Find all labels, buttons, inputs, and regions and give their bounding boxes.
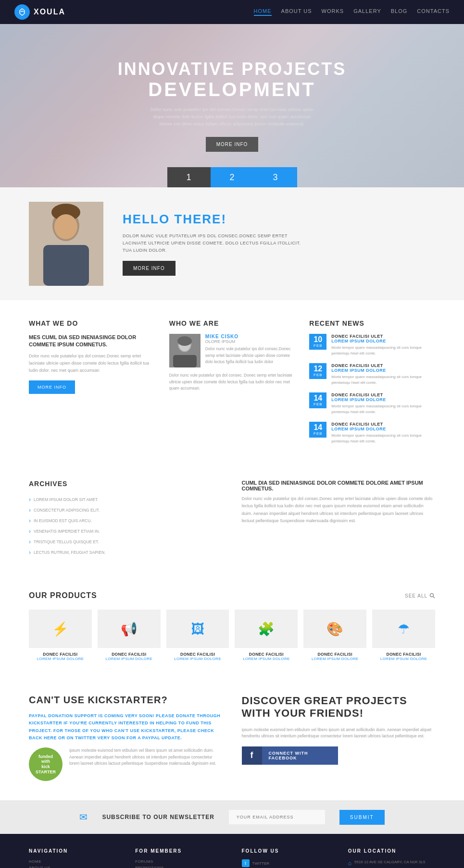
nav-blog[interactable]: BLOG	[391, 8, 408, 16]
kickstarter-title: CAN'T USE KICKSTARTER?	[29, 695, 223, 706]
archives-title: ARCHIVES	[29, 480, 223, 488]
search-icon	[429, 593, 435, 599]
footer-members-col: FOR MEMBERS FORUMS PROMOTIONS SIGN IN WI…	[135, 848, 222, 868]
product-icon-box-3: 🖼	[166, 610, 229, 648]
header: XOULA HOME ABOUT US WORKS GALLERY BLOG C…	[0, 0, 464, 24]
hero-dot-2[interactable]: 2	[211, 167, 254, 187]
product-card-1[interactable]: ⚡ DONEC FACILISI LOREM IPSUM DOLORE	[29, 610, 92, 661]
products-header: OUR PRODUCTS SEE ALL	[29, 591, 435, 600]
product-card-2[interactable]: 📢 DONEC FACILISI LOREM IPSUM DOLORE	[98, 610, 161, 661]
main-nav: HOME ABOUT US WORKS GALLERY BLOG CONTACT…	[254, 8, 450, 16]
hello-title: HELLO THERE!	[123, 212, 305, 227]
nav-home[interactable]: HOME	[254, 8, 272, 16]
discover-col: DISCOVER GREAT PROJECTS WITH YOUR FRIEND…	[242, 695, 436, 781]
nav-works[interactable]: WORKS	[322, 8, 344, 16]
nav-gallery[interactable]: GALLERY	[353, 8, 381, 16]
product-icon-box-4: 🧩	[235, 610, 298, 648]
archive-item-4[interactable]: VENENATIS IMPERDIET ETIAM IN.	[29, 526, 223, 537]
logo-icon	[14, 4, 30, 20]
archive-item-1[interactable]: LOREM IPSUM DOLOR SIT AMET.	[29, 494, 223, 505]
archives-left-col: ARCHIVES LOREM IPSUM DOLOR SIT AMET. CON…	[29, 480, 223, 558]
logo[interactable]: XOULA	[14, 4, 65, 20]
footer-member-forums[interactable]: FORUMS	[135, 859, 222, 864]
megaphone-icon: 📢	[121, 621, 138, 637]
hello-content: HELLO THERE! DOLOR NUNC VULE PUTATELUR I…	[123, 212, 305, 276]
news-date-2: 12 FEB	[309, 363, 326, 379]
hero-more-info-button[interactable]: MORE INFO	[206, 137, 259, 152]
hello-section: HELLO THERE! DOLOR NUNC VULE PUTATELUR I…	[0, 187, 464, 300]
hero-title-line2: DEVELOPMENT	[118, 79, 347, 100]
who-we-are-col: WHO WE ARE MIKE CISKO OLORE IPSUM Dolor …	[169, 319, 295, 451]
news-item-3: 14 FEB DONEC FACILISI ULET LOREM IPSUM D…	[309, 392, 435, 415]
kickstarter-body: fundedwithkickSTARTER ipsum molestie eui…	[29, 747, 223, 781]
products-section: OUR PRODUCTS SEE ALL ⚡ DONEC FACILISI LO…	[0, 577, 464, 675]
product-card-3[interactable]: 🖼 DONEC FACILISI LOREM IPSUM DOLORE	[166, 610, 229, 661]
product-icon-box-5: 🎨	[303, 610, 366, 648]
product-icon-box-2: 📢	[98, 610, 161, 648]
svg-line-14	[433, 597, 435, 598]
twitter-link[interactable]: t TWITTER	[242, 859, 329, 867]
footer-member-promotions[interactable]: PROMOTIONS	[135, 866, 222, 868]
news-item-1: 10 FEB DONEC FACILISI ULET LOREM IPSUM D…	[309, 334, 435, 356]
product-card-6[interactable]: ☂ DONEC FACILISI LOREM IPSUM DOLORE	[372, 610, 435, 661]
product-card-5[interactable]: 🎨 DONEC FACILISI LOREM IPSUM DOLORE	[303, 610, 366, 661]
hero-section: INNOVATIVE PROJECTS DEVELOPMENT Dolor nu…	[0, 24, 464, 187]
footer-nav-title: NAVIGATION	[29, 848, 116, 854]
product-icon-box-1: ⚡	[29, 610, 92, 648]
what-we-do-more-info-button[interactable]: MORE INFO	[29, 380, 75, 394]
facebook-icon: f	[242, 746, 262, 765]
newsletter-email-input[interactable]	[229, 810, 325, 824]
who-we-are-long-text: Dolor nunc vule putatelur ips dol consec…	[169, 372, 295, 392]
archive-item-5[interactable]: TRISTIQUE TELLUS QUISQUE ET.	[29, 537, 223, 547]
umbrella-icon: ☂	[398, 621, 410, 637]
twitter-icon: t	[242, 859, 250, 867]
archive-item-6[interactable]: LECTUS RUTRUM, FEUGIAT SAPIEN.	[29, 547, 223, 558]
what-we-do-title: WHAT WE DO	[29, 319, 155, 327]
archives-list: LOREM IPSUM DOLOR SIT AMET. CONSECTETUR …	[29, 494, 223, 558]
svg-rect-10	[173, 355, 197, 367]
footer: NAVIGATION HOME ABOUT US WORKS GALLERY B…	[0, 834, 464, 868]
footer-nav-col: NAVIGATION HOME ABOUT US WORKS GALLERY B…	[29, 848, 116, 868]
archive-item-2[interactable]: CONSECTETUR ADIPISCING ELIT.	[29, 505, 223, 515]
footer-nav-home[interactable]: HOME	[29, 859, 116, 864]
hero-slider-dots: 1 2 3	[167, 167, 297, 187]
hero-dot-3[interactable]: 3	[254, 167, 297, 187]
archive-item-3[interactable]: IN EUISMOD EST QUIS ARCU.	[29, 515, 223, 526]
footer-social-col: FOLLOW US t TWITTER f FACEBOOK ▸ RSS	[242, 848, 329, 868]
footer-nav-about[interactable]: ABOUT US	[29, 866, 116, 868]
news-item-2: 12 FEB DONEC FACILISI ULET LOREM IPSUM D…	[309, 363, 435, 386]
connect-facebook-button[interactable]: f CONNECT WITH FACEBOOK	[242, 746, 338, 765]
archives-section: ARCHIVES LOREM IPSUM DOLOR SIT AMET. CON…	[0, 470, 464, 577]
archives-right-body: Dolor nunc vule putatelur ips dol consec…	[242, 495, 436, 525]
kickstarter-highlight: PAYPAL DONATION SUPPORT IS COMING VERY S…	[29, 712, 223, 742]
svg-point-7	[54, 214, 77, 239]
lightning-icon: ⚡	[52, 621, 69, 637]
nav-contacts[interactable]: CONTACTS	[417, 8, 450, 16]
recent-news-title: RECENT NEWS	[309, 319, 435, 327]
news-date-1: 10 FEB	[309, 334, 326, 350]
footer-columns: NAVIGATION HOME ABOUT US WORKS GALLERY B…	[29, 848, 435, 868]
archives-right-col: CUML DIA SED INENIASINGE DOLOR COMMETE D…	[242, 480, 436, 558]
envelope-icon: ✉	[79, 811, 88, 823]
person-info: MIKE CISKO OLORE IPSUM Dolor nunc vule p…	[205, 334, 295, 367]
hero-dot-1[interactable]: 1	[167, 167, 211, 187]
person-thumbnail	[169, 334, 201, 367]
three-column-section: WHAT WE DO MES CUML DIA SED INENIASINGE …	[0, 300, 464, 470]
product-card-4[interactable]: 🧩 DONEC FACILISI LOREM IPSUM DOLORE	[235, 610, 298, 661]
hello-person-image	[29, 202, 103, 286]
hero-title-line1: INNOVATIVE PROJECTS	[118, 60, 347, 79]
bottom-section: CAN'T USE KICKSTARTER? PAYPAL DONATION S…	[0, 675, 464, 800]
nav-about[interactable]: ABOUT US	[281, 8, 312, 16]
location-item-1: ⌂ 5519 12 AVE SE CALGARY, CA N1R 3L5	[348, 859, 435, 867]
logo-text: XOULA	[34, 8, 65, 16]
hello-body: DOLOR NUNC VULE PUTATELUR IPS DOL CONSEC…	[123, 232, 305, 255]
see-all-button[interactable]: SEE ALL	[405, 593, 435, 599]
person-silhouette	[29, 202, 103, 286]
newsletter-submit-button[interactable]: SUBMIT	[339, 810, 385, 825]
palette-icon: 🎨	[326, 621, 343, 637]
hello-more-info-button[interactable]: MORE INFO	[123, 261, 176, 276]
social-links: t TWITTER f FACEBOOK ▸ RSS	[242, 859, 329, 868]
kickstarter-body-text: ipsum molestie euismod tem etibulum vel …	[69, 747, 223, 767]
footer-location-title: OUR LOCATION	[348, 848, 435, 854]
what-we-do-subtitle: MES CUML DIA SED INENIASINGE DOLOR COMME…	[29, 334, 155, 349]
